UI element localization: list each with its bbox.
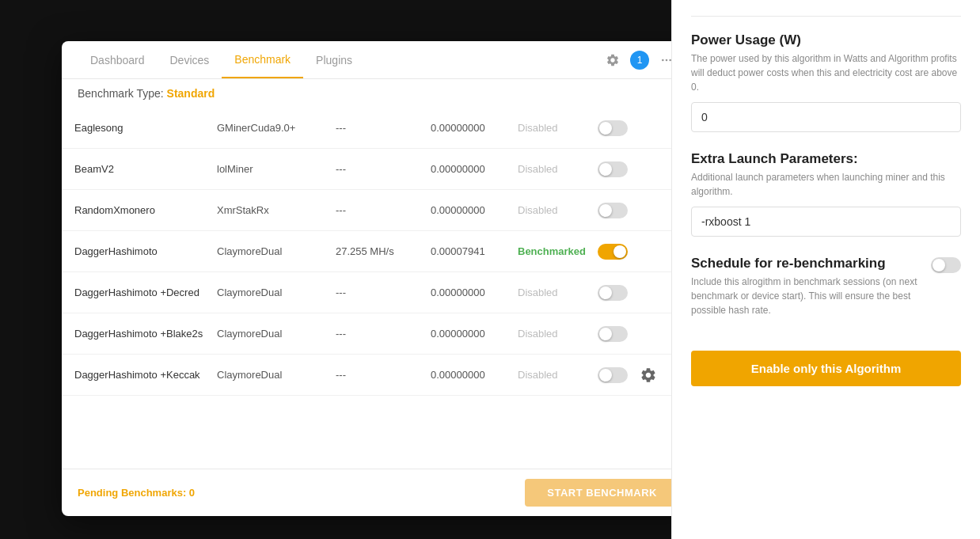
svg-point-0 bbox=[662, 59, 664, 61]
algo-toggle[interactable] bbox=[598, 203, 628, 218]
extra-params-desc: Additional launch parameters when launch… bbox=[691, 170, 961, 199]
svg-point-1 bbox=[666, 59, 668, 61]
algo-name: RandomXmonero bbox=[74, 204, 217, 216]
rebenchmark-toggle[interactable] bbox=[931, 257, 961, 273]
status-badge: Disabled bbox=[518, 204, 589, 216]
nav-item-benchmark[interactable]: Benchmark bbox=[222, 42, 303, 78]
start-benchmark-button[interactable]: START BENCHMARK bbox=[525, 479, 679, 507]
algo-name: DaggerHashimoto +Decred bbox=[74, 287, 217, 298]
algo-name: BeamV2 bbox=[74, 163, 217, 175]
row-gear-icon[interactable] bbox=[640, 366, 657, 384]
rebenchmark-section: Schedule for re-benchmarking Include thi… bbox=[691, 256, 961, 325]
notification-badge[interactable]: 1 bbox=[630, 51, 649, 70]
miner-name: ClaymoreDual bbox=[217, 287, 336, 298]
table-row: DaggerHashimoto +Keccak ClaymoreDual ---… bbox=[62, 355, 695, 396]
miner-name: ClaymoreDual bbox=[217, 245, 336, 257]
algo-name: DaggerHashimoto bbox=[74, 245, 217, 257]
benchmark-type-label: Benchmark Type: bbox=[78, 87, 164, 100]
table-row: BeamV2 lolMiner --- 0.00000000 Disabled bbox=[62, 149, 695, 190]
nav-item-devices[interactable]: Devices bbox=[158, 43, 222, 78]
algo-toggle[interactable] bbox=[598, 367, 628, 383]
rebenchmark-title: Schedule for re-benchmarking bbox=[691, 256, 921, 271]
speed-value: --- bbox=[336, 122, 431, 134]
right-panel: Power Usage (W) The power used by this a… bbox=[671, 0, 980, 539]
extra-params-title: Extra Launch Parameters: bbox=[691, 151, 961, 167]
status-badge: Disabled bbox=[518, 369, 589, 381]
top-divider bbox=[691, 16, 961, 17]
extra-params-input[interactable] bbox=[691, 207, 961, 237]
miner-name: ClaymoreDual bbox=[217, 369, 336, 381]
nav-item-dashboard[interactable]: Dashboard bbox=[78, 43, 158, 78]
profit-value: 0.00000000 bbox=[431, 328, 518, 340]
profit-value: 0.00000000 bbox=[431, 369, 518, 381]
status-badge: Disabled bbox=[518, 328, 589, 340]
table-row: DaggerHashimoto +Blake2s ClaymoreDual --… bbox=[62, 313, 695, 355]
speed-value: --- bbox=[336, 204, 431, 216]
speed-value: 27.255 MH/s bbox=[336, 245, 431, 257]
nav-bar: Dashboard Devices Benchmark Plugins 1 bbox=[62, 41, 695, 79]
nav-item-plugins[interactable]: Plugins bbox=[303, 43, 365, 78]
miner-name: XmrStakRx bbox=[217, 204, 336, 216]
main-panel: Dashboard Devices Benchmark Plugins 1 Be… bbox=[62, 41, 695, 516]
power-usage-title: Power Usage (W) bbox=[691, 32, 961, 48]
profit-value: 0.00000000 bbox=[431, 163, 518, 175]
power-usage-section: Power Usage (W) The power used by this a… bbox=[691, 32, 961, 132]
algo-toggle[interactable] bbox=[598, 285, 628, 301]
speed-value: --- bbox=[336, 369, 431, 381]
power-usage-input[interactable] bbox=[691, 102, 961, 132]
algo-toggle[interactable] bbox=[598, 161, 628, 177]
power-usage-desc: The power used by this algorithm in Watt… bbox=[691, 51, 961, 94]
speed-value: --- bbox=[336, 328, 431, 340]
status-badge: Disabled bbox=[518, 163, 589, 175]
benchmark-type-row: Benchmark Type: Standard bbox=[62, 79, 695, 108]
profit-value: 0.00000000 bbox=[431, 287, 518, 298]
speed-value: --- bbox=[336, 163, 431, 175]
extra-params-section: Extra Launch Parameters: Additional laun… bbox=[691, 151, 961, 237]
speed-value: --- bbox=[336, 287, 431, 298]
rebenchmark-desc: Include this alrogithm in benchmark sess… bbox=[691, 275, 921, 317]
algorithm-table: Eaglesong GMinerCuda9.0+ --- 0.00000000 … bbox=[62, 108, 695, 469]
profit-value: 0.00000000 bbox=[431, 204, 518, 216]
miner-name: lolMiner bbox=[217, 163, 336, 175]
algo-toggle[interactable] bbox=[598, 120, 628, 136]
profit-value: 0.00007941 bbox=[431, 245, 518, 257]
table-row: RandomXmonero XmrStakRx --- 0.00000000 D… bbox=[62, 190, 695, 231]
miner-name: GMinerCuda9.0+ bbox=[217, 122, 336, 134]
panel-footer: Pending Benchmarks: 0 START BENCHMARK bbox=[62, 469, 695, 516]
enable-only-button[interactable]: Enable only this Algorithm bbox=[691, 351, 961, 386]
algo-name: DaggerHashimoto +Blake2s bbox=[74, 328, 217, 340]
status-badge: Disabled bbox=[518, 287, 589, 298]
algo-name: Eaglesong bbox=[74, 122, 217, 134]
table-row: DaggerHashimoto +Decred ClaymoreDual ---… bbox=[62, 272, 695, 313]
pending-benchmarks: Pending Benchmarks: 0 bbox=[78, 487, 525, 499]
status-badge: Disabled bbox=[518, 122, 589, 134]
algo-name: DaggerHashimoto +Keccak bbox=[74, 369, 217, 381]
profit-value: 0.00000000 bbox=[431, 122, 518, 134]
algo-toggle[interactable] bbox=[598, 244, 628, 260]
settings-icon[interactable] bbox=[600, 47, 625, 73]
algo-toggle[interactable] bbox=[598, 326, 628, 342]
table-row: Eaglesong GMinerCuda9.0+ --- 0.00000000 … bbox=[62, 108, 695, 149]
status-badge: Benchmarked bbox=[518, 245, 589, 257]
miner-name: ClaymoreDual bbox=[217, 328, 336, 340]
benchmark-type-value: Standard bbox=[167, 87, 215, 100]
table-row: DaggerHashimoto ClaymoreDual 27.255 MH/s… bbox=[62, 231, 695, 272]
